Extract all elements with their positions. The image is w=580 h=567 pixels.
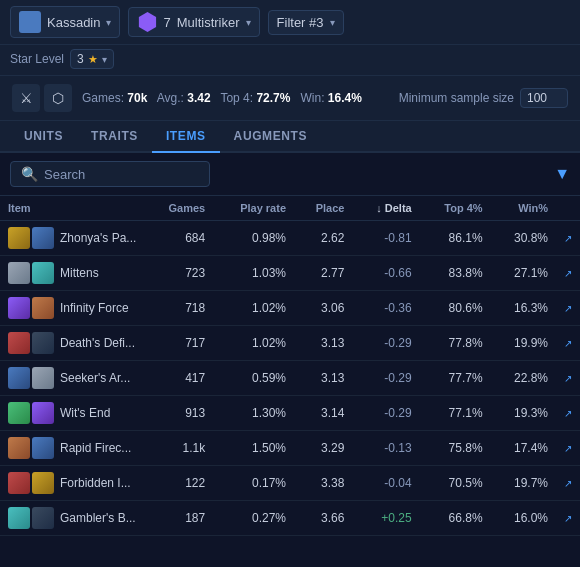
item-icon xyxy=(8,297,30,319)
table-row: Wit's End 913 1.30% 3.14 -0.29 77.1% 19.… xyxy=(0,396,580,431)
place-cell: 2.77 xyxy=(294,256,352,291)
expand-icon[interactable]: ↗ xyxy=(564,408,572,419)
tab-augments[interactable]: AUGMENTS xyxy=(220,121,321,153)
col-item[interactable]: Item xyxy=(0,196,144,221)
expand-cell[interactable]: ↗ xyxy=(556,361,580,396)
item-icon xyxy=(32,262,54,284)
games-cell: 684 xyxy=(144,221,213,256)
win-cell: 16.3% xyxy=(491,291,556,326)
expand-cell[interactable]: ↗ xyxy=(556,326,580,361)
items-table-wrap: Item Games Play rate Place ↓ Delta Top 4… xyxy=(0,196,580,536)
col-top4[interactable]: Top 4% xyxy=(420,196,491,221)
trait-select[interactable]: 7 Multistriker ▾ xyxy=(128,7,259,37)
play-rate-cell: 1.50% xyxy=(213,431,294,466)
trait-number: 7 xyxy=(163,15,170,30)
expand-icon[interactable]: ↗ xyxy=(564,233,572,244)
play-rate-cell: 0.40% xyxy=(213,536,294,537)
col-place[interactable]: Place xyxy=(294,196,352,221)
top-bar: Kassadin ▾ 7 Multistriker ▾ Filter #3 ▾ xyxy=(0,0,580,45)
win-cell: 27.1% xyxy=(491,256,556,291)
play-rate-cell: 1.30% xyxy=(213,396,294,431)
item-name: Zhonya's Pa... xyxy=(60,231,136,245)
expand-cell[interactable]: ↗ xyxy=(556,221,580,256)
item-cell: Gambler's B... xyxy=(0,501,144,536)
star-dropdown-arrow: ▾ xyxy=(102,54,107,65)
delta-cell: -0.36 xyxy=(352,291,419,326)
games-cell: 122 xyxy=(144,466,213,501)
games-cell: 718 xyxy=(144,291,213,326)
sample-label: Minimum sample size xyxy=(399,91,514,105)
expand-icon[interactable]: ↗ xyxy=(564,373,572,384)
expand-cell[interactable]: ↗ xyxy=(556,466,580,501)
item-name: Rapid Firec... xyxy=(60,441,131,455)
place-cell: 3.38 xyxy=(294,466,352,501)
games-cell: 717 xyxy=(144,326,213,361)
win-cell: 30.8% xyxy=(491,221,556,256)
expand-cell[interactable]: ↗ xyxy=(556,431,580,466)
tab-items[interactable]: ITEMS xyxy=(152,121,220,153)
place-cell: 3.66 xyxy=(294,501,352,536)
stats-text: Games: 70k Avg.: 3.42 Top 4: 72.7% Win: … xyxy=(82,91,362,105)
table-row: Zhonya's Pa... 684 0.98% 2.62 -0.81 86.1… xyxy=(0,221,580,256)
avg-value: 3.42 xyxy=(187,91,210,105)
expand-icon[interactable]: ↗ xyxy=(564,338,572,349)
play-rate-cell: 0.59% xyxy=(213,361,294,396)
top4-cell: 66.8% xyxy=(420,501,491,536)
tabs: UNITS TRAITS ITEMS AUGMENTS xyxy=(0,121,580,153)
expand-icon[interactable]: ↗ xyxy=(564,303,572,314)
delta-cell: -0.29 xyxy=(352,396,419,431)
table-row: Seeker's Ar... 417 0.59% 3.13 -0.29 77.7… xyxy=(0,361,580,396)
champion-select[interactable]: Kassadin ▾ xyxy=(10,6,120,38)
place-cell: 2.62 xyxy=(294,221,352,256)
table-row: Rapid Firec... 1.1k 1.50% 3.29 -0.13 75.… xyxy=(0,431,580,466)
expand-icon[interactable]: ↗ xyxy=(564,443,572,454)
search-input[interactable] xyxy=(44,167,194,182)
item-icon xyxy=(32,402,54,424)
top4-cell: 77.8% xyxy=(420,326,491,361)
sample-input[interactable] xyxy=(520,88,568,108)
games-cell: 913 xyxy=(144,396,213,431)
item-icon xyxy=(32,367,54,389)
expand-cell[interactable]: ↗ xyxy=(556,536,580,537)
play-rate-cell: 1.02% xyxy=(213,291,294,326)
expand-cell[interactable]: ↗ xyxy=(556,396,580,431)
filter-select[interactable]: Filter #3 ▾ xyxy=(268,10,344,35)
star-level-select[interactable]: 3 ★ ▾ xyxy=(70,49,114,69)
top4-cell: 68.8% xyxy=(420,536,491,537)
expand-icon[interactable]: ↗ xyxy=(564,268,572,279)
item-cell: Seeker's Ar... xyxy=(0,361,144,396)
item-icon xyxy=(32,297,54,319)
expand-cell[interactable]: ↗ xyxy=(556,256,580,291)
trait-icon xyxy=(137,12,157,32)
col-play-rate[interactable]: Play rate xyxy=(213,196,294,221)
expand-icon[interactable]: ↗ xyxy=(564,478,572,489)
sample-size: Minimum sample size xyxy=(399,88,568,108)
top4-cell: 86.1% xyxy=(420,221,491,256)
item-icon xyxy=(8,367,30,389)
expand-icon[interactable]: ↗ xyxy=(564,513,572,524)
item-name: Forbidden I... xyxy=(60,476,131,490)
tab-traits[interactable]: TRAITS xyxy=(77,121,152,153)
col-delta[interactable]: ↓ Delta xyxy=(352,196,419,221)
delta-cell: -0.04 xyxy=(352,466,419,501)
expand-cell[interactable]: ↗ xyxy=(556,291,580,326)
trait-dropdown-arrow: ▾ xyxy=(246,17,251,28)
win-cell: 22.8% xyxy=(491,361,556,396)
col-win[interactable]: Win% xyxy=(491,196,556,221)
table-row: Mittens 723 1.03% 2.77 -0.66 83.8% 27.1%… xyxy=(0,256,580,291)
top4-cell: 70.5% xyxy=(420,466,491,501)
tab-units[interactable]: UNITS xyxy=(10,121,77,153)
filter-funnel-icon[interactable]: ▼ xyxy=(554,165,570,183)
item-icon xyxy=(32,507,54,529)
delta-cell: -0.29 xyxy=(352,326,419,361)
expand-cell[interactable]: ↗ xyxy=(556,501,580,536)
delta-cell: -0.29 xyxy=(352,361,419,396)
games-cell: 282 xyxy=(144,536,213,537)
table-header-row: Item Games Play rate Place ↓ Delta Top 4… xyxy=(0,196,580,221)
place-cell: 3.13 xyxy=(294,326,352,361)
items-table: Item Games Play rate Place ↓ Delta Top 4… xyxy=(0,196,580,536)
champion-stat-icon: ⚔ xyxy=(12,84,40,112)
champion-name: Kassadin xyxy=(47,15,100,30)
col-games[interactable]: Games xyxy=(144,196,213,221)
avg-label: Avg.: xyxy=(157,91,184,105)
